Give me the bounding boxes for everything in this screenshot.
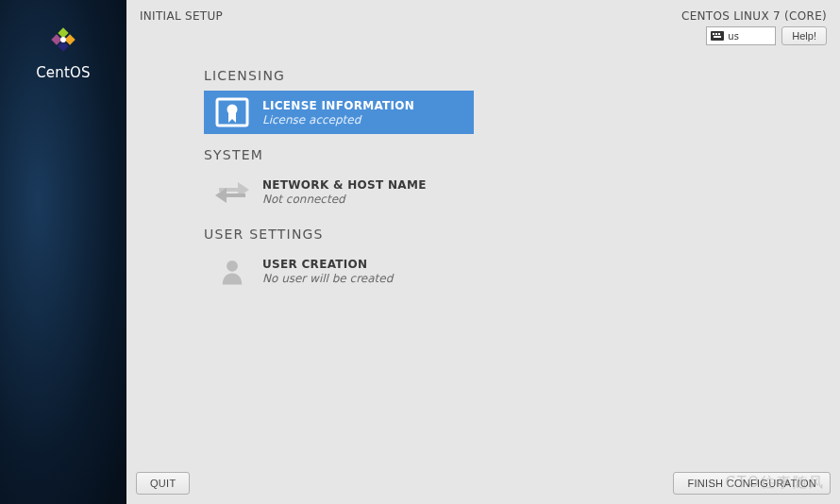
svg-rect-2: [51, 34, 61, 44]
spoke-license-information[interactable]: LICENSE INFORMATION License accepted: [204, 91, 474, 134]
spoke-status: License accepted: [262, 113, 414, 126]
section-heading-licensing: LICENSING: [204, 68, 840, 83]
spoke-user-creation[interactable]: USER CREATION No user will be created: [204, 249, 474, 293]
quit-button[interactable]: QUIT: [136, 472, 190, 495]
keyboard-icon: [711, 31, 724, 41]
spoke-status: Not connected: [262, 193, 427, 206]
keyboard-layout-text: us: [728, 31, 739, 42]
header: INITIAL SETUP CENTOS LINUX 7 (CORE) us H…: [126, 0, 840, 45]
network-icon: [213, 176, 251, 208]
page-title: INITIAL SETUP: [140, 9, 223, 23]
help-button[interactable]: Help!: [781, 26, 827, 45]
svg-rect-3: [58, 41, 68, 51]
user-icon: [213, 255, 251, 287]
footer: QUIT FINISH CONFIGURATION: [126, 464, 840, 504]
spoke-title: NETWORK & HOST NAME: [262, 178, 427, 192]
sidebar: CentOS: [0, 0, 126, 504]
svg-point-4: [60, 37, 66, 42]
spoke-status: No user will be created: [262, 272, 393, 285]
spoke-network-hostname[interactable]: NETWORK & HOST NAME Not connected: [204, 170, 474, 213]
main-panel: INITIAL SETUP CENTOS LINUX 7 (CORE) us H…: [126, 0, 840, 504]
svg-rect-1: [64, 34, 75, 44]
svg-point-7: [227, 260, 238, 272]
sidebar-brand: CentOS: [36, 64, 91, 81]
section-heading-user-settings: USER SETTINGS: [204, 227, 840, 242]
content-area: LICENSING LICENSE INFORMATION License ac…: [126, 45, 840, 464]
svg-rect-0: [58, 27, 68, 38]
section-heading-system: SYSTEM: [204, 147, 840, 162]
distro-label: CENTOS LINUX 7 (CORE): [681, 9, 827, 23]
license-icon: [213, 96, 251, 128]
spoke-title: LICENSE INFORMATION: [262, 99, 414, 112]
centos-logo-icon: [44, 21, 82, 59]
keyboard-layout-indicator[interactable]: us: [706, 26, 776, 45]
finish-configuration-button[interactable]: FINISH CONFIGURATION: [673, 472, 831, 495]
spoke-title: USER CREATION: [262, 258, 393, 271]
